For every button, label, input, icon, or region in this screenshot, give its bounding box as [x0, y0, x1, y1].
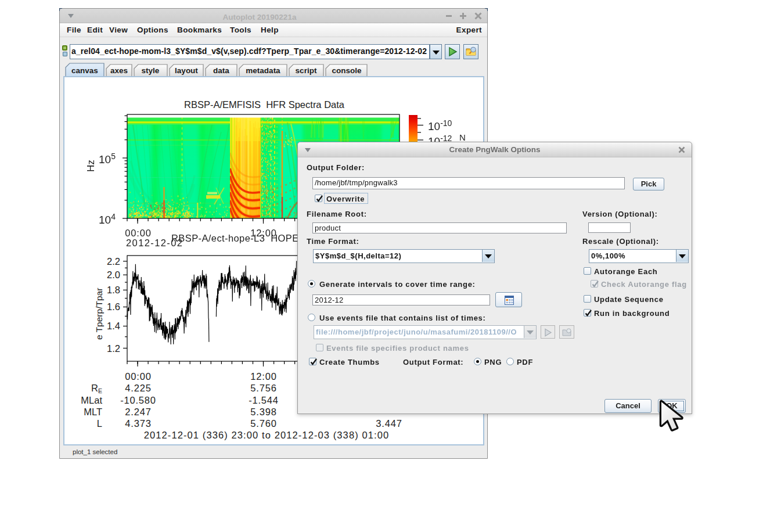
- svg-text:console: console: [332, 66, 362, 75]
- svg-text:data: data: [213, 66, 229, 75]
- svg-text:canvas: canvas: [71, 66, 98, 75]
- svg-text:metadata: metadata: [246, 66, 280, 75]
- svg-text:layout: layout: [175, 66, 198, 75]
- svg-text:script: script: [296, 66, 317, 75]
- svg-text:axes: axes: [110, 66, 128, 75]
- svg-text:style: style: [142, 66, 160, 75]
